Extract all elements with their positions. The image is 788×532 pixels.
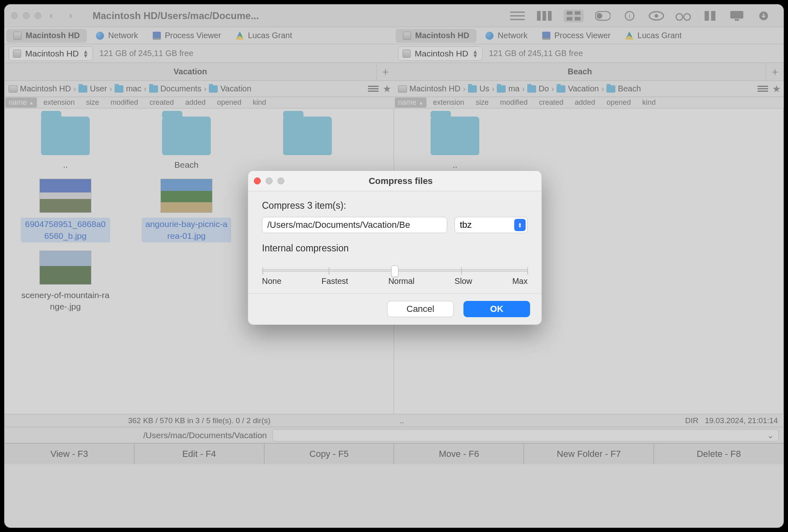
gdrive-icon <box>625 32 633 40</box>
source-tab[interactable]: Macintosh HD <box>6 29 87 43</box>
path-dropdown[interactable]: ⌄ <box>273 429 779 441</box>
drive-label: Macintosh HD <box>25 49 79 58</box>
drive-selector-left[interactable]: Macintosh HD ▲▼ <box>9 46 93 61</box>
crumb[interactable]: Documents <box>149 84 201 93</box>
add-tab-left[interactable]: ＋ <box>376 63 394 81</box>
minimize-icon[interactable] <box>23 12 30 19</box>
format-value: tbz <box>460 220 472 230</box>
desktop-icon[interactable] <box>729 11 745 21</box>
column-kind[interactable]: kind <box>247 98 272 107</box>
crumb[interactable]: User <box>78 84 107 93</box>
source-tab[interactable]: Process Viewer <box>535 27 618 44</box>
column-modified[interactable]: modified <box>494 98 533 107</box>
fn-button[interactable]: Delete - F8 <box>654 443 784 464</box>
source-tab[interactable]: Macintosh HD <box>396 29 476 43</box>
zoom-icon[interactable] <box>35 12 41 19</box>
source-tab[interactable]: Process Viewer <box>145 27 229 44</box>
list-toggle-icon[interactable] <box>758 86 768 92</box>
hd-icon <box>13 50 21 58</box>
file-item[interactable]: 6904758951_6868a06560_b.jpg <box>9 179 122 242</box>
column-added[interactable]: added <box>569 98 601 107</box>
format-select[interactable]: tbz ▲▼ <box>455 217 528 233</box>
free-space-left: 121 GB of 245,11 GB free <box>100 49 193 58</box>
forward-button[interactable]: › <box>65 10 76 22</box>
svg-rect-2 <box>510 19 525 20</box>
column-created[interactable]: created <box>533 98 569 107</box>
source-tab[interactable]: Lucas Grant <box>228 27 299 44</box>
folder-item[interactable]: Beach <box>130 117 243 171</box>
output-path-input[interactable]: /Users/mac/Documents/Vacation/Be <box>262 217 447 233</box>
crumb[interactable]: Macintosh HD <box>9 84 71 93</box>
slider-tick-label: None <box>262 277 281 286</box>
crumb[interactable]: Us <box>468 84 489 93</box>
folder-icon <box>283 117 332 155</box>
fn-button[interactable]: New Folder - F7 <box>524 443 654 464</box>
fn-button[interactable]: Move - F6 <box>394 443 524 464</box>
fn-button[interactable]: Copy - F5 <box>264 443 394 464</box>
compression-slider[interactable] <box>262 269 528 272</box>
column-extension[interactable]: extension <box>38 98 80 107</box>
binoculars-icon[interactable] <box>675 11 691 21</box>
crumb[interactable]: Do <box>527 84 549 93</box>
favorite-icon[interactable]: ★ <box>772 83 781 95</box>
slider-thumb[interactable] <box>391 266 398 277</box>
close-icon[interactable] <box>11 12 18 19</box>
list-toggle-icon[interactable] <box>368 86 379 92</box>
folder-tab-left[interactable]: Vacation <box>4 67 376 76</box>
chevron-down-icon: ⌄ <box>767 430 774 440</box>
svg-rect-19 <box>711 11 716 21</box>
folder-item[interactable] <box>251 117 364 171</box>
column-kind[interactable]: kind <box>636 98 661 107</box>
source-tab[interactable]: Lucas Grant <box>618 27 689 44</box>
add-tab-right[interactable]: ＋ <box>766 63 784 81</box>
file-item[interactable]: angourie-bay-picnic-area-01.jpg <box>130 179 243 242</box>
crumb[interactable]: Vacation <box>209 84 251 93</box>
back-button[interactable]: ‹ <box>45 10 57 22</box>
folder-item[interactable]: .. <box>398 117 512 171</box>
crumb[interactable]: Macintosh HD <box>398 84 461 93</box>
column-name[interactable]: name▲ <box>5 97 37 108</box>
column-modified[interactable]: modified <box>105 98 144 107</box>
crumb[interactable]: mac <box>115 84 141 93</box>
download-icon[interactable] <box>756 11 771 21</box>
fn-button[interactable]: View - F3 <box>4 443 134 464</box>
crumb[interactable]: ma <box>497 84 520 93</box>
column-created[interactable]: created <box>144 98 180 107</box>
view-grid-icon[interactable] <box>563 9 584 22</box>
fn-button[interactable]: Edit - F4 <box>134 443 264 464</box>
cancel-button[interactable]: Cancel <box>387 301 454 317</box>
column-size[interactable]: size <box>80 98 105 107</box>
favorite-icon[interactable]: ★ <box>383 83 392 95</box>
file-item[interactable]: scenery-of-mountain-range-.jpg <box>9 251 122 313</box>
compress-dialog: Compress files Compress 3 item(s): /User… <box>248 171 542 325</box>
toggle-icon[interactable] <box>595 11 610 21</box>
info-icon[interactable]: i <box>622 11 637 21</box>
source-tab[interactable]: Network <box>89 27 145 44</box>
column-added[interactable]: added <box>180 98 211 107</box>
crumb[interactable]: Beach <box>606 84 641 93</box>
view-list-icon[interactable] <box>510 11 525 21</box>
folder-icon <box>556 85 565 93</box>
source-tab[interactable]: Network <box>478 27 535 44</box>
column-opened[interactable]: opened <box>601 98 636 107</box>
source-tab-bar: Macintosh HDNetworkProcess ViewerLucas G… <box>4 27 784 44</box>
columns2-icon[interactable] <box>702 11 718 21</box>
folder-tab-right[interactable]: Beach <box>394 67 766 76</box>
drive-selector-right[interactable]: Macintosh HD ▲▼ <box>398 46 483 61</box>
item-label: .. <box>452 159 457 171</box>
view-columns-icon[interactable] <box>537 11 552 21</box>
column-size[interactable]: size <box>470 98 494 107</box>
column-name[interactable]: name▲ <box>395 97 426 108</box>
svg-rect-7 <box>575 11 580 15</box>
folder-item[interactable]: .. <box>9 117 122 171</box>
status-right-date: 19.03.2024, 21:01:14 <box>705 416 778 425</box>
folder-icon <box>209 85 218 93</box>
quicklook-icon[interactable] <box>649 11 664 21</box>
tab-label: Lucas Grant <box>248 31 292 40</box>
column-opened[interactable]: opened <box>211 98 247 107</box>
ok-button[interactable]: OK <box>463 301 530 317</box>
column-extension[interactable]: extension <box>427 98 470 107</box>
image-thumbnail <box>160 179 212 213</box>
folder-icon <box>431 117 479 155</box>
crumb[interactable]: Vacation <box>556 84 599 93</box>
